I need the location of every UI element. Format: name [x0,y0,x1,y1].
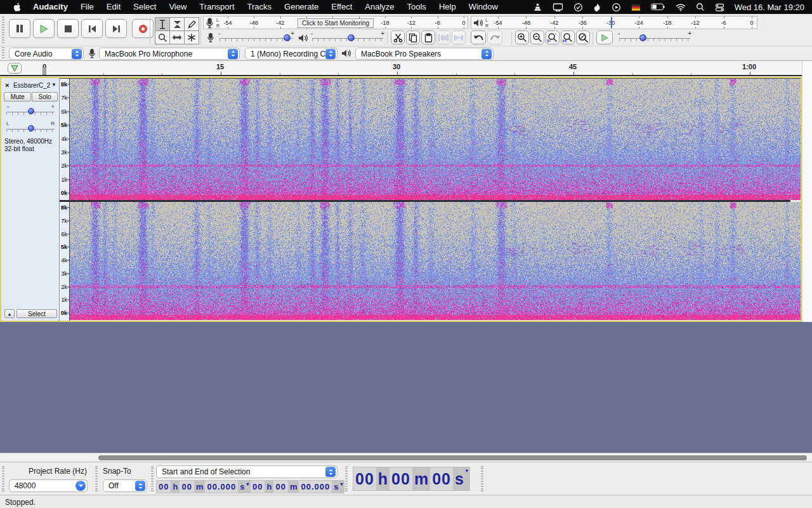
time-segment[interactable]: m [194,481,206,493]
menu-item-generate[interactable]: Generate [278,2,325,11]
track-pan-slider[interactable]: L R [6,123,55,135]
multi-tool-button[interactable] [184,30,199,44]
play-at-speed-button[interactable] [596,30,613,44]
time-segment[interactable]: 00 [273,481,287,493]
toolbar-grip[interactable] [2,47,4,58]
redo-button[interactable] [487,30,502,44]
playback-meter[interactable]: LR -54-48-42-36-30-24-18-12-60 [471,16,757,29]
horizontal-scrollbar[interactable] [0,453,812,462]
menu-item-edit[interactable]: Edit [100,2,127,11]
battery-icon[interactable] [651,3,665,11]
menu-item-window[interactable]: Window [462,2,504,11]
pin-playhead-button[interactable] [8,63,22,74]
toolbar-grip[interactable] [151,466,154,491]
recording-channels-dropdown[interactable]: 1 (Mono) Recording C... [245,48,337,60]
menu-item-tracks[interactable]: Tracks [241,2,278,11]
audio-position-display[interactable]: 00h00m00s▾ [353,467,470,491]
skip-to-end-button[interactable] [105,19,127,38]
spotlight-search-icon[interactable] [696,3,705,11]
stop-button[interactable] [57,19,79,38]
menu-item-effect[interactable]: Effect [325,2,358,11]
time-segment[interactable]: 00 [353,467,376,490]
time-field-arrow-icon[interactable]: ▾ [340,481,344,493]
control-center-icon[interactable] [715,3,724,12]
snap-to-dropdown[interactable]: Off [103,479,147,492]
menu-item-transport[interactable]: Transport [193,2,240,11]
menu-item-file[interactable]: File [74,2,100,11]
spectrogram-channel-right[interactable] [70,202,801,320]
audio-host-dropdown[interactable]: Core Audio [9,48,84,60]
time-segment[interactable]: 00 [430,467,453,490]
keyboard-layout-german-flag-icon[interactable] [631,3,641,12]
playhead-marker[interactable] [43,67,46,75]
selection-mode-dropdown[interactable]: Start and End of Selection [156,465,337,478]
time-segment[interactable]: h [171,481,180,493]
pause-button[interactable] [9,19,30,38]
fit-project-button[interactable] [561,30,575,44]
paste-button[interactable] [421,30,435,44]
selection-end-field[interactable]: 00h00m00.000s▾ [250,480,344,493]
trim-audio-button[interactable] [436,30,450,44]
time-segment[interactable]: 00 [390,467,412,490]
selection-start-field[interactable]: 00h00m00.000s▾ [156,480,251,493]
recording-meter[interactable]: LR -54-48-42-36-30-24-18-12-60 Click to … [203,16,468,29]
time-segment[interactable]: h [265,481,273,493]
time-segment[interactable]: h [376,467,390,490]
play-circle-icon[interactable] [612,3,621,12]
flame-icon[interactable] [593,3,601,12]
zoom-out-button[interactable] [530,30,544,44]
wifi-icon[interactable] [676,3,686,11]
skip-to-start-button[interactable] [81,19,103,38]
playback-volume-slider[interactable]: - + [312,32,383,44]
timeline-ruler[interactable]: 01530451:00 [0,61,812,76]
play-speed-slider[interactable]: - + [619,32,690,44]
silence-audio-button[interactable] [452,30,466,44]
time-shift-tool-button[interactable] [169,30,185,44]
menu-item-audacity[interactable]: Audacity [27,2,74,11]
check-circle-icon[interactable] [573,3,583,12]
solo-button[interactable]: Solo [32,92,58,102]
track-gain-slider[interactable]: − + [6,106,55,117]
copy-button[interactable] [406,30,420,44]
selection-tool-button[interactable] [155,17,170,31]
time-segment[interactable]: 00 [251,481,265,493]
vertical-scale-ruler[interactable]: 8k7k6k5k4k3k2k1k0k 8k7k6k5k4k3k2k1k0k [60,78,70,321]
envelope-tool-button[interactable] [169,17,185,31]
track-title[interactable]: EssbarerC_2 [13,82,50,89]
menu-item-tools[interactable]: Tools [401,2,433,11]
zoom-tool-button[interactable] [155,30,170,44]
cut-button[interactable] [391,30,405,44]
draw-tool-button[interactable] [184,17,199,31]
project-rate-dropdown[interactable]: 48000 [9,479,88,492]
toolbar-grip[interactable] [345,466,348,491]
time-field-arrow-icon[interactable]: ▾ [466,467,469,490]
menu-item-help[interactable]: Help [433,2,462,11]
toolbar-grip[interactable] [95,466,98,491]
toolbar-grip[interactable] [481,466,483,491]
track-collapse-button[interactable]: ▲ [4,309,15,318]
time-segment[interactable]: m [288,481,299,493]
time-segment[interactable]: s [453,467,466,490]
time-segment[interactable]: 00.000 [205,481,238,493]
track-close-button[interactable]: × [5,81,9,89]
zoom-toggle-button[interactable] [576,30,590,44]
time-segment[interactable]: m [412,467,430,490]
time-segment[interactable]: s [238,481,246,493]
recording-volume-slider[interactable]: - + [219,32,293,44]
playback-device-dropdown[interactable]: MacBook Pro Speakers [355,48,494,60]
apple-menu-icon[interactable] [8,2,27,12]
undo-button[interactable] [471,30,486,44]
spectrogram-channel-left[interactable] [70,79,801,200]
fit-selection-button[interactable] [546,30,560,44]
toolbar-grip[interactable] [2,17,4,43]
menu-item-view[interactable]: View [162,2,193,11]
menu-item-select[interactable]: Select [127,2,162,11]
play-button[interactable] [33,19,55,38]
time-segment[interactable]: 00.000 [299,481,332,493]
track-menu-dropdown[interactable]: ▼ [51,82,56,88]
menu-item-analyze[interactable]: Analyze [358,2,400,11]
track-select-button[interactable]: Select [16,309,57,318]
display-icon[interactable] [553,3,563,12]
vlc-icon[interactable] [533,3,542,12]
zoom-in-button[interactable] [515,30,529,44]
